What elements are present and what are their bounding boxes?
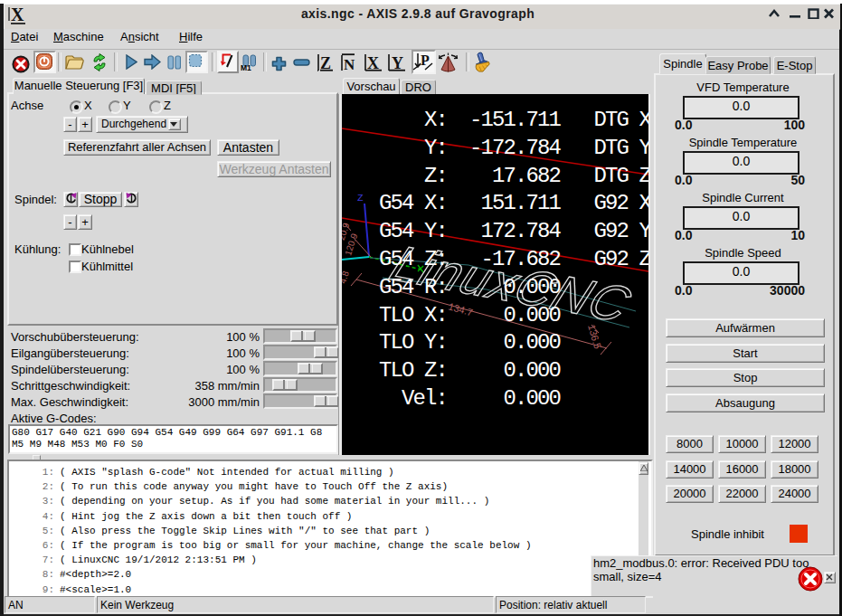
svg-text:4.8: 4.8 (342, 270, 351, 285)
svg-text:Y: Y (392, 54, 403, 72)
svg-text:N: N (344, 56, 355, 72)
svg-text:Z: Z (357, 193, 364, 204)
svg-text:M1: M1 (241, 63, 251, 71)
svg-text:P: P (421, 52, 430, 68)
svg-text:X: X (367, 54, 379, 72)
svg-text:Z: Z (320, 54, 331, 72)
